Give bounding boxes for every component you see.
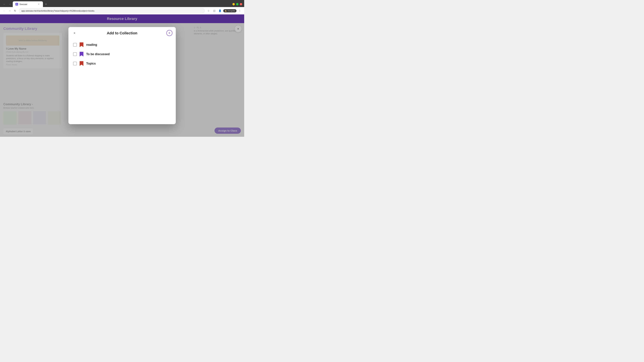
address-bar-row: ← → ↻ ☆ ◫ 👤 🕵 Incognito ⋮ [0,7,244,14]
tab-label: Seesaw [20,3,36,5]
close-window-button[interactable] [240,3,242,5]
tab-close-button[interactable]: × [37,3,40,6]
reading-checkbox[interactable] [73,43,77,46]
window-controls [232,3,242,5]
modal-header: × Add to Collection + [68,27,176,38]
profile-button[interactable]: 👤 [218,8,222,13]
add-to-collection-modal: × Add to Collection + reading To be disc… [68,27,176,124]
bookmark-button[interactable]: ☆ [206,8,211,13]
modal-add-collection-button[interactable]: + [166,30,172,36]
tab-bar: ← → S Seesaw × + [0,0,244,7]
active-tab[interactable]: S Seesaw × [13,1,43,7]
modal-title: Add to Collection [107,31,137,35]
to-be-discussed-label: To be discussed [86,52,110,56]
back-nav-button[interactable]: ← [2,8,7,13]
collection-item-topics[interactable]: Topics [73,59,171,68]
maximize-button[interactable] [236,3,238,5]
extensions-button[interactable]: ◫ [212,8,216,13]
back-button[interactable]: ← [2,2,7,6]
modal-overlay[interactable]: × Add to Collection + reading To be disc… [0,14,244,137]
menu-button[interactable]: ⋮ [238,8,242,13]
window-nav-controls: ← → [2,2,12,6]
new-tab-button[interactable]: + [44,2,48,6]
incognito-icon: 🕵 [224,10,227,12]
topics-checkbox[interactable] [73,62,77,65]
nav-controls: ← → ↻ [2,8,18,13]
collection-item-reading[interactable]: reading [73,40,171,49]
modal-body: reading To be discussed Topics [68,38,176,73]
browser-chrome: ← → S Seesaw × + ← → ↻ ☆ ◫ 👤 🕵 Incognit [0,0,244,14]
topics-bookmark-icon [79,61,84,66]
to-be-discussed-bookmark-icon [79,51,84,57]
reading-label: reading [86,43,97,46]
reading-bookmark-icon [79,42,84,47]
to-be-discussed-checkbox[interactable] [73,52,77,56]
reload-button[interactable]: ↻ [13,8,18,13]
toolbar-icons: ☆ ◫ 👤 🕵 Incognito ⋮ [206,8,242,13]
incognito-badge: 🕵 Incognito [223,9,236,12]
forward-nav-button[interactable]: → [8,8,12,13]
minimize-button[interactable] [232,3,235,5]
address-input[interactable] [19,8,205,13]
topics-label: Topics [86,62,96,65]
incognito-label: Incognito [228,10,235,12]
collection-item-to-be-discussed[interactable]: To be discussed [73,49,171,59]
modal-close-button[interactable]: × [72,30,77,36]
forward-button[interactable]: → [8,2,12,6]
tab-favicon: S [16,3,18,5]
